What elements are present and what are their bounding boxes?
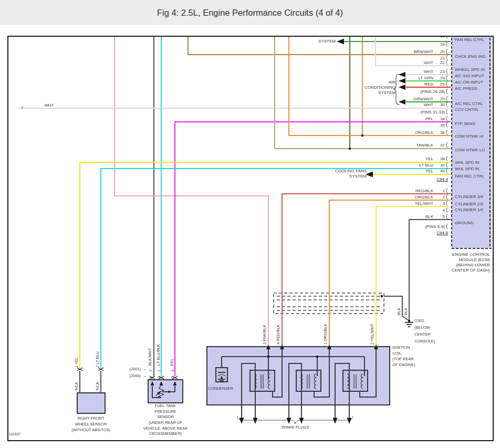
fuel-sensor-name: VEHICLE, ABOVE REAR <box>134 426 197 431</box>
pin-connector-icon: ( <box>446 156 447 161</box>
rotated-wire-label: NCA <box>95 382 100 390</box>
ecm-pin-number: 19 <box>431 42 445 47</box>
ecm-signal-label: CYLINDER 3/6 <box>455 194 492 199</box>
rotated-wire-label: LT BLU/BLK <box>156 344 161 366</box>
ecm-pin-wire-label: LT BLU <box>395 163 433 168</box>
system-arrow-icon <box>337 39 344 45</box>
ecm-pin-number: 3 <box>431 201 445 206</box>
rotated-wire-label: 2 <box>157 377 161 379</box>
year-arrow-icon: → <box>143 374 147 379</box>
ecm-pin-number: 29 <box>431 97 445 101</box>
ecm-signal-label: CYLINDER 2/5 <box>455 202 492 206</box>
ecm-pin-number: 38 <box>431 157 445 161</box>
ecm-signal-label: GROUND <box>455 221 492 225</box>
coil-unit-1 <box>250 370 275 391</box>
cooling-arrow-icon <box>366 172 373 178</box>
spark-arrow-icon <box>299 418 304 424</box>
figure-id: 131437 <box>9 432 20 436</box>
ecm-pin-wire-label: WHT <box>395 60 433 65</box>
pin-connector-icon: ( <box>446 207 447 213</box>
wheel-sensor-name: RIGHT FRONT <box>59 416 122 421</box>
pin-connector-icon: ( <box>446 36 447 38</box>
ecm-signal-label: A/C ON INPUT <box>455 80 492 85</box>
ecm-pins-range: (PINS 31-33) <box>400 110 445 114</box>
ecm-signal-label: FTP SENS <box>455 121 492 126</box>
fuel-sensor-name: FUEL TANK <box>134 404 197 409</box>
cooling-fans-label: COOLING FANS <box>314 169 367 173</box>
spark-arrow-icon <box>287 418 291 424</box>
ecm-pin-number: 40 <box>431 169 445 173</box>
ecm-pin-wire-label: BRN/WHT <box>395 49 433 54</box>
ecm-pin-wire-label: LT GRN <box>395 76 433 80</box>
ecm-pin-wire-label: YEL <box>395 169 433 173</box>
rotated-wire-label: 2 <box>148 370 153 372</box>
pin-connector-icon: ( <box>446 60 447 65</box>
ac-system-label: AIR <box>353 80 395 85</box>
condenser-label: CONDENSER <box>208 387 233 391</box>
ecm-pin-wire-label: RED/BLK <box>395 189 433 193</box>
fuel-sensor-name: CROSSMEMBER) <box>134 432 197 436</box>
ecm-connector-id: C94-5 <box>424 231 448 235</box>
ecm-signal-label: WHL SPD IN <box>455 166 492 171</box>
rotated-wire-label: 2 YEL/WHT <box>370 324 374 345</box>
diagram-canvas: 7 WHT SYSTEM AIR CONDITIONING SYSTEM COO… <box>7 36 494 441</box>
ecm-pin-wire-label: WHT <box>395 69 433 74</box>
ecm-pin-number: 34 <box>431 117 445 121</box>
ecm-pin-wire-label: YEL/WHT <box>395 201 433 206</box>
wiring-diagram-page: { "title": "Fig 4: 2.5L, Engine Performa… <box>0 0 500 448</box>
ecm-pin-number: 2 <box>431 195 445 200</box>
spark-arrow-icon <box>253 418 258 424</box>
ecm-pin-number: 35 <box>431 123 445 128</box>
pin-connector-icon: ( <box>446 49 447 54</box>
ecm-pin-number: 5 <box>431 214 445 219</box>
left-entry-wire-label: WHT <box>44 103 54 108</box>
rotated-wire-label: 3 <box>170 370 175 372</box>
pin-connector-icon: ( <box>446 142 447 148</box>
rotated-wire-label: 4 RED/BLK <box>276 325 280 345</box>
ignition-coil-name: (TOP REAR <box>392 357 414 362</box>
pin-connector-icon: ( <box>446 188 447 193</box>
pin-connector-icon: ( <box>446 130 447 135</box>
ecm-signal-label: FAN REL CTRL <box>455 37 492 42</box>
pin-connector-icon: ( <box>446 162 447 168</box>
ignition-coil-name: COIL <box>392 351 402 356</box>
ecm-signal-label: A/C REL CTRL <box>455 101 492 106</box>
ecm-signal-label: FAN REL CTRL <box>455 174 492 179</box>
ecm-pin-number: 22 <box>431 60 445 65</box>
pin-connector-icon: ( <box>446 214 447 219</box>
ecm-pin-wire-label: ORG/BLK <box>395 195 433 200</box>
pin-connector-icon: ( <box>446 96 447 101</box>
ignition-coil-name: OF ENGINE) <box>392 363 415 368</box>
ecm-signal-label: CCV CNTRL <box>455 107 492 112</box>
rotated-wire-label: 1 ORG/BLK <box>323 324 328 345</box>
fuel-sensor-name: PRESSURE <box>134 410 197 414</box>
fuel-sensor-name: (UNDER REAR OF <box>134 421 197 425</box>
ecm-pin-number: 25 <box>431 82 445 87</box>
ac-system-label: SYSTEM <box>353 90 395 95</box>
ground-location: (BELOW <box>414 326 430 330</box>
year-label-2001: (2001) <box>120 367 141 372</box>
wheel-sensor-box <box>77 393 105 413</box>
pin-connector-icon: ( <box>446 116 447 121</box>
pin-connector-icon: ( <box>446 168 447 173</box>
coil-unit-3 <box>343 370 368 391</box>
ecm-signal-label: CYLINDER 1/4 <box>455 207 492 212</box>
year-arrow-icon: → <box>143 367 147 372</box>
rotated-wire-label: 2 LT BLU <box>95 351 100 368</box>
pin-connector-icon: ( <box>446 122 447 128</box>
pin-connector-icon: ( <box>446 89 447 94</box>
pin-connector-icon: ( <box>446 41 447 47</box>
ecm-pin-number: 39 <box>431 163 445 168</box>
pin-connector-icon: ( <box>446 201 447 206</box>
rotated-wire-label: 1 <box>157 370 161 372</box>
ecm-pin-number: 36 <box>431 130 445 135</box>
fuel-sensor-name: SENSOR <box>134 415 197 420</box>
spark-arrow-icon <box>239 418 244 424</box>
rotated-wire-label: NCA <box>74 382 79 390</box>
figure-title: Fig 4: 2.5L, Engine Performance Circuits… <box>0 0 500 25</box>
rotated-wire-label: PPL <box>170 358 174 366</box>
fuel-sensor-box <box>148 380 183 403</box>
ecm-pin-number: 37 <box>431 143 445 148</box>
ecm-pin-wire-label: TAN/BLK <box>395 143 433 148</box>
ecm-pin-number: 23 <box>431 69 445 74</box>
